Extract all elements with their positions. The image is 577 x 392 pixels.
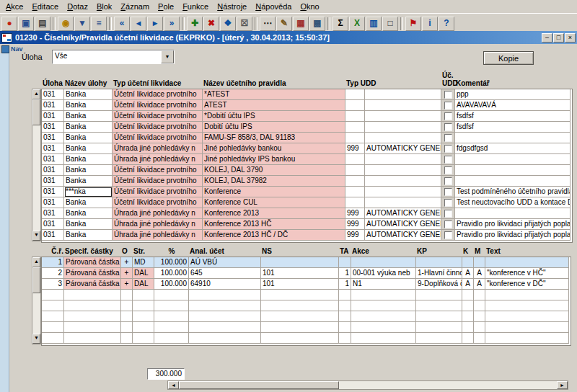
scroll-thumb[interactable] <box>32 99 40 125</box>
cell-komentar[interactable] <box>455 208 571 219</box>
cell-typ[interactable]: Úhrada jiné pohledávky n <box>113 143 203 154</box>
scroll-down-icon[interactable]: ▼ <box>32 334 40 344</box>
cell-komentar[interactable]: Pravidlo pro likvidaci přijatých poplatk… <box>455 219 571 230</box>
cell-ta[interactable]: 1 <box>339 268 351 279</box>
cell-ns[interactable] <box>261 322 339 333</box>
cell-str[interactable]: MD <box>133 257 154 268</box>
ucto-udd-checkbox[interactable] <box>444 231 452 239</box>
cell-str[interactable]: DAL <box>133 268 154 279</box>
cell-o[interactable] <box>121 300 133 311</box>
cell-k[interactable] <box>462 257 474 268</box>
scroll-down-icon[interactable]: ▼ <box>32 231 40 241</box>
scroll-left-icon[interactable]: ◄ <box>168 381 179 389</box>
cell-o[interactable] <box>121 333 133 344</box>
cell-udd[interactable] <box>365 176 441 187</box>
cell-o[interactable] <box>121 322 133 333</box>
cell-anal[interactable] <box>189 311 261 322</box>
cell-anal[interactable]: AÚ VBÚ <box>189 257 261 268</box>
cell-pravidlo[interactable]: *ATEST <box>203 89 345 100</box>
master-row[interactable]: 031BankaÚčetní likvidace prvotníhoKOLEJ,… <box>42 165 572 176</box>
cell-komentar[interactable]: Test podmíněného účetního pravidla <box>455 187 571 197</box>
cell-akce[interactable] <box>351 290 416 300</box>
ucto-udd-checkbox[interactable] <box>444 177 452 185</box>
nav-panel-icon[interactable] <box>1 45 9 53</box>
ucto-udd-checkbox[interactable] <box>444 166 452 174</box>
cell-pct[interactable] <box>154 290 189 300</box>
cell-m[interactable] <box>474 322 485 333</box>
cell-akce[interactable] <box>351 311 416 322</box>
cell-text[interactable] <box>485 290 569 300</box>
cell-typ_udd[interactable] <box>345 176 365 187</box>
cell-typ[interactable]: Účetní likvidace prvotního <box>113 100 203 111</box>
menu-editace[interactable]: Editace <box>27 1 63 12</box>
cell-typ_udd[interactable]: 999 <box>345 143 365 154</box>
cell-o[interactable]: + <box>121 268 133 279</box>
cell-ta[interactable] <box>339 300 351 311</box>
cell-specif[interactable] <box>64 322 121 333</box>
cell-o[interactable] <box>121 311 133 322</box>
cell-pravidlo[interactable]: ATEST <box>203 100 345 111</box>
ucto-udd-checkbox[interactable] <box>444 134 452 142</box>
cell-pravidlo[interactable]: KOLEJ, DAL 3790 <box>203 165 345 176</box>
cell-udd[interactable] <box>365 100 441 111</box>
next-record-icon[interactable]: ▸ <box>147 17 163 31</box>
cell-uloha[interactable]: 031 <box>42 143 64 154</box>
cell-anal[interactable] <box>189 290 261 300</box>
detail-row[interactable]: 2Párovaná částka+DAL100.000645101100-001… <box>42 268 571 279</box>
cell-m[interactable] <box>474 257 485 268</box>
master-row[interactable]: 031BankaÚčetní likvidace prvotního*ATEST… <box>42 89 572 100</box>
cell-str[interactable] <box>133 300 154 311</box>
cell-nazev[interactable]: ***nka <box>64 187 113 197</box>
master-scrollbar[interactable]: ▲ ▼ <box>32 89 41 241</box>
cell-typ[interactable]: Účetní likvidace prvotního <box>113 165 203 176</box>
detail-row[interactable] <box>42 290 571 300</box>
cell-komentar[interactable] <box>455 133 571 143</box>
cell-nazev[interactable]: Banka <box>64 143 113 154</box>
ucto-udd-checkbox[interactable] <box>444 188 452 196</box>
cell-nazev[interactable]: Banka <box>64 208 113 219</box>
cell-kp[interactable] <box>416 333 462 344</box>
menu-okno[interactable]: Okno <box>296 1 323 12</box>
ucto-udd-checkbox[interactable] <box>444 145 452 153</box>
scroll-right-icon[interactable]: ► <box>557 381 568 389</box>
cell-uloha[interactable]: 031 <box>42 197 64 208</box>
save-icon[interactable]: ▣ <box>18 17 34 31</box>
export-excel-icon[interactable]: X <box>349 17 365 31</box>
master-row[interactable]: 031BankaÚhrada jiné pohledávky nJiné poh… <box>42 154 572 165</box>
cell-pct[interactable] <box>154 333 189 344</box>
detail-scrollbar[interactable]: ▲ ▼ <box>32 257 41 344</box>
cell-komentar[interactable] <box>455 154 571 165</box>
ucto-udd-checkbox[interactable] <box>444 156 452 164</box>
window-list-icon[interactable]: □ <box>382 17 398 31</box>
percent-total-field[interactable]: 300.000 <box>147 368 185 380</box>
list-of-values-icon[interactable]: ⋯ <box>260 17 276 31</box>
cell-cr[interactable] <box>42 311 64 322</box>
cell-cr[interactable]: 1 <box>42 257 64 268</box>
cell-nazev[interactable]: Banka <box>64 89 113 100</box>
uloha-select[interactable]: Vše ▼ <box>52 50 175 64</box>
cell-pct[interactable] <box>154 311 189 322</box>
cell-o[interactable]: + <box>121 279 133 290</box>
cell-nazev[interactable]: Banka <box>64 154 113 165</box>
duplicate-record-icon[interactable]: ❖ <box>220 17 236 31</box>
cell-typ[interactable]: Úhrada jiné pohledávky n <box>113 154 203 165</box>
cell-komentar[interactable]: Test neuctovacího UDD a kontace DPH ri <box>455 197 571 208</box>
cell-typ_udd[interactable] <box>345 100 365 111</box>
menu-napoveda[interactable]: Nápověda <box>251 1 296 12</box>
cell-akce[interactable] <box>351 300 416 311</box>
cell-typ_udd[interactable] <box>345 165 365 176</box>
cell-nazev[interactable]: Banka <box>64 133 113 143</box>
cell-str[interactable] <box>133 290 154 300</box>
ucto-udd-checkbox[interactable] <box>444 91 452 99</box>
cell-text[interactable] <box>485 300 569 311</box>
cell-udd[interactable]: AUTOMATICKY GENEROVA <box>365 143 441 154</box>
cell-ta[interactable] <box>339 333 351 344</box>
scroll-track[interactable] <box>32 267 40 334</box>
cell-typ[interactable]: Účetní likvidace prvotního <box>113 89 203 100</box>
help-icon[interactable]: ? <box>439 17 454 31</box>
cell-anal[interactable]: 64910 <box>189 279 261 290</box>
cell-pct[interactable]: 100.000 <box>154 268 189 279</box>
cell-akce[interactable] <box>351 333 416 344</box>
cell-text[interactable]: "konference v DČ" <box>485 279 569 290</box>
cell-kp[interactable] <box>416 322 462 333</box>
